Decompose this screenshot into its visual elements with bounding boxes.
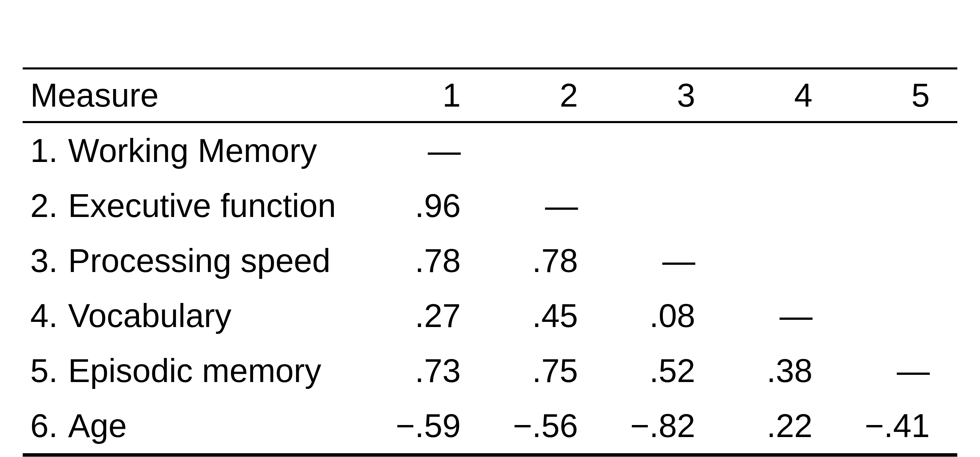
cell: [723, 233, 840, 288]
cell: .22: [723, 398, 840, 455]
cell: [723, 178, 840, 233]
cell: −.59: [371, 398, 488, 455]
header-measure: Measure: [23, 68, 371, 122]
correlation-table: Measure 1 2 3 4 5 1.Working Memory —: [23, 67, 957, 457]
row-name: Executive function: [68, 187, 336, 224]
cell: .73: [371, 343, 488, 398]
cell: —: [840, 343, 957, 398]
row-name: Vocabulary: [68, 297, 231, 334]
cell: —: [606, 233, 723, 288]
cell: [723, 122, 840, 178]
table-row: 2.Executive function .96 —: [23, 178, 957, 233]
row-number: 5.: [30, 352, 68, 390]
header-col-1: 1: [371, 68, 488, 122]
cell: [840, 233, 957, 288]
cell: [488, 122, 606, 178]
cell: .78: [488, 233, 606, 288]
row-label: 4.Vocabulary: [23, 288, 371, 343]
row-number: 4.: [30, 297, 68, 334]
cell: [606, 178, 723, 233]
cell: .75: [488, 343, 606, 398]
header-col-2: 2: [488, 68, 606, 122]
cell: .96: [371, 178, 488, 233]
cell: −.82: [606, 398, 723, 455]
table-row: 1.Working Memory —: [23, 122, 957, 178]
cell: [840, 178, 957, 233]
row-name: Episodic memory: [68, 352, 321, 389]
cell: −.41: [840, 398, 957, 455]
row-label: 5.Episodic memory: [23, 343, 371, 398]
table-header-row: Measure 1 2 3 4 5: [23, 68, 957, 122]
row-label: 6.Age: [23, 398, 371, 455]
cell: .27: [371, 288, 488, 343]
cell: .78: [371, 233, 488, 288]
cell: —: [371, 122, 488, 178]
row-label: 3.Processing speed: [23, 233, 371, 288]
table-row: 4.Vocabulary .27 .45 .08 —: [23, 288, 957, 343]
header-col-5: 5: [840, 68, 957, 122]
cell: .08: [606, 288, 723, 343]
cell: [840, 288, 957, 343]
cell: [606, 122, 723, 178]
cell: .52: [606, 343, 723, 398]
row-number: 6.: [30, 407, 68, 444]
row-name: Age: [68, 407, 127, 444]
header-col-3: 3: [606, 68, 723, 122]
table-body: 1.Working Memory — 2.Executive function …: [23, 122, 957, 455]
cell: —: [723, 288, 840, 343]
row-number: 3.: [30, 242, 68, 280]
cell: .38: [723, 343, 840, 398]
cell: −.56: [488, 398, 606, 455]
table-row: 6.Age −.59 −.56 −.82 .22 −.41: [23, 398, 957, 455]
row-label: 2.Executive function: [23, 178, 371, 233]
table-container: Measure 1 2 3 4 5 1.Working Memory —: [0, 0, 980, 457]
table-row: 5.Episodic memory .73 .75 .52 .38 —: [23, 343, 957, 398]
cell: —: [488, 178, 606, 233]
row-label: 1.Working Memory: [23, 122, 371, 178]
cell: .45: [488, 288, 606, 343]
header-col-4: 4: [723, 68, 840, 122]
cell: [840, 122, 957, 178]
row-name: Working Memory: [68, 132, 317, 169]
table-row: 3.Processing speed .78 .78 —: [23, 233, 957, 288]
row-number: 1.: [30, 132, 68, 170]
row-number: 2.: [30, 187, 68, 225]
row-name: Processing speed: [68, 242, 331, 279]
